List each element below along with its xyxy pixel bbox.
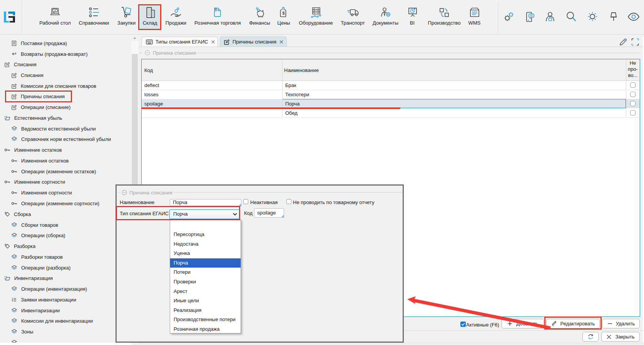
svg-text:$: $ xyxy=(282,11,284,15)
